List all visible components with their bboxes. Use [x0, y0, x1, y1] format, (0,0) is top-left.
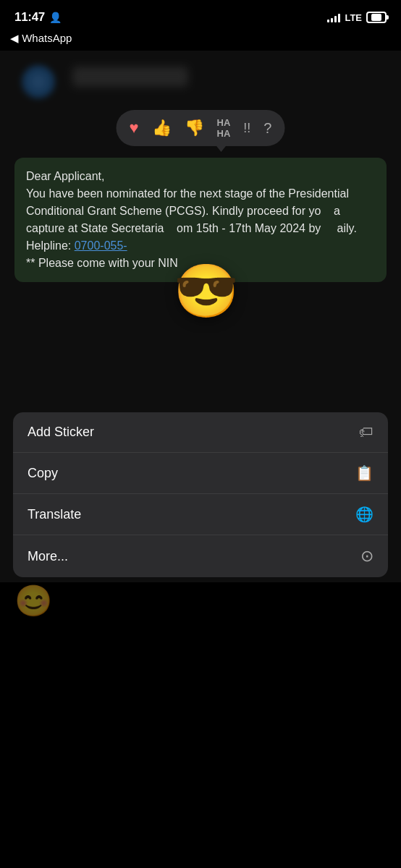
reaction-tail	[215, 145, 227, 152]
thumbs-up-reaction[interactable]: 👍	[152, 119, 172, 137]
question-reaction[interactable]: ?	[263, 120, 271, 137]
more-icon: ⊙	[360, 547, 373, 566]
signal-bar-3	[334, 16, 337, 22]
person-icon: 👤	[49, 12, 62, 23]
back-button[interactable]: ◀ WhatsApp	[10, 32, 72, 45]
status-bar: 11:47 👤 LTE	[0, 0, 401, 29]
add-sticker-menu-item[interactable]: Add Sticker 🏷	[13, 412, 388, 453]
more-menu-item[interactable]: More... ⊙	[13, 535, 388, 577]
status-time: 11:47	[14, 10, 45, 25]
translate-menu-item[interactable]: Translate 🌐	[13, 494, 388, 535]
context-menu: Add Sticker 🏷 Copy 📋 Translate 🌐 More...…	[13, 412, 388, 577]
signal-bar-1	[327, 20, 329, 22]
thumbs-down-reaction[interactable]: 👎	[185, 119, 204, 137]
add-sticker-label: Add Sticker	[28, 425, 94, 440]
lte-label: LTE	[345, 12, 362, 23]
copy-menu-item[interactable]: Copy 📋	[13, 453, 388, 494]
haha-reaction[interactable]: HAHA	[217, 117, 231, 139]
signal-bar-2	[331, 18, 333, 22]
nav-bar: ◀ WhatsApp	[0, 29, 401, 51]
message-text: Dear Applicant, You have been nominated …	[26, 170, 357, 269]
translate-icon: 🌐	[355, 506, 373, 523]
add-sticker-icon: 🏷	[359, 424, 373, 441]
status-right: LTE	[327, 12, 387, 23]
copy-icon: 📋	[355, 464, 373, 482]
battery-icon	[366, 12, 387, 23]
battery-fill	[371, 14, 381, 21]
signal-bars	[327, 12, 340, 22]
signal-bar-4	[338, 14, 340, 22]
chat-area: ♥ 👍 👎 HAHA !! ? Dear Applicant, You have…	[0, 51, 401, 868]
copy-label: Copy	[28, 466, 58, 481]
exclaim-reaction[interactable]: !!	[243, 121, 250, 136]
more-label: More...	[28, 549, 68, 564]
reaction-bar[interactable]: ♥ 👍 👎 HAHA !! ?	[117, 110, 285, 146]
status-left: 11:47 👤	[14, 10, 62, 25]
heart-reaction[interactable]: ♥	[130, 119, 139, 137]
translate-label: Translate	[28, 507, 81, 522]
emoji-overlay: 😎	[174, 260, 239, 322]
helpline-link[interactable]: 0700-055-	[75, 239, 127, 252]
